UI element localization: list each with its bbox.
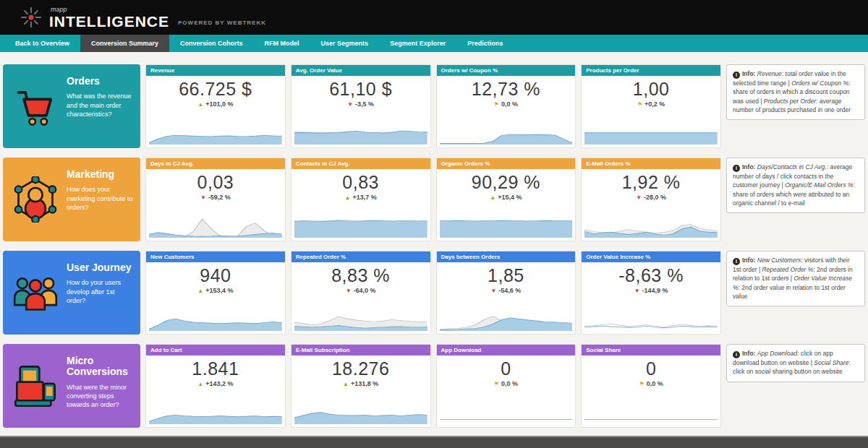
tab-predictions[interactable]: Predictions [456,35,514,52]
info-icon: i [733,72,740,79]
shopping-cart-icon [7,70,64,142]
info-icon: i [733,258,740,265]
kpi-delta: ⚑0,0 % [582,380,720,387]
sparkline-chart [294,402,427,424]
kpi-delta: ▲+13,7 % [292,194,430,201]
kpi-header: Products per Order [582,65,720,76]
tab-segment-explorer[interactable]: Segment Explorer [379,35,456,52]
kpi-value: 1,92 % [582,173,720,191]
kpi-card-organic-orders: Organic Orders % 90,29 % ▲+15,4 % [436,158,576,241]
kpi-delta: ▼-54,6 % [437,287,576,294]
sparkline-chart [294,123,427,145]
brand-title: INTELLIGENCE [49,14,169,29]
footer-bar [0,436,868,448]
dashboard: mapp INTELLIGENCE POWERED BY WEBTREKK Ba… [0,0,868,428]
tab-conversion-summary[interactable]: Conversion Summary [80,35,169,52]
trend-up-icon: ▲ [197,101,203,108]
kpi-header: Organic Orders % [437,158,576,169]
row-desc-micro-conversions: What were the minor converting steps tow… [67,383,135,409]
kpi-value: 18.276 [292,359,430,378]
kpi-delta: ▲+15,4 % [437,194,576,201]
row-card-micro-conversions: Micro Conversions What were the minor co… [3,344,140,428]
user-group-icon [7,257,64,329]
kpi-card-revenue: Revenue 66.725 $ ▲+101,0 % [145,64,286,148]
info-icon: i [733,351,740,358]
info-panel-orders: iInfo: Revenue: total order value in the… [726,64,865,120]
kpi-header: Contacts in CJ Avg. [292,158,430,169]
info-panel-micro-conversions: iInfo: App Download: click on app downlo… [726,344,865,382]
row-card-orders: Orders What was the revenue and the main… [3,64,140,148]
tab-user-segments[interactable]: User Segments [310,35,380,52]
kpi-delta: ▼-144,9 % [582,287,720,294]
trend-up-icon: ▲ [490,194,495,201]
trend-down-icon: ▼ [347,101,353,108]
row-title-marketing: Marketing [67,169,135,180]
kpi-value: 8,83 % [292,266,430,285]
trend-down-icon: ▼ [346,288,352,294]
brand-subtitle: POWERED BY WEBTREKK [178,20,266,26]
kpi-card-days-between-orders: Days between Orders 1,85 ▼-54,6 % [436,251,576,335]
kpi-value: 0 [437,359,576,378]
kpi-card-repeated-order: Repeated Order % 8,83 % ▼-64,0 % [291,251,431,335]
sparkline-chart [440,402,573,424]
trend-up-icon: ▲ [343,381,349,387]
trend-flat-icon: ⚑ [639,381,644,387]
sparkline-chart [440,309,573,331]
kpi-header: Avg. Order Value [292,65,430,76]
mapp-logo-icon [20,7,42,28]
trend-down-icon: ▼ [200,194,206,201]
trend-up-icon: ▲ [345,194,351,201]
kpi-card-app-download: App Download 0 ⚑0,0 % [436,344,576,428]
app-header: mapp INTELLIGENCE POWERED BY WEBTREKK [0,0,868,35]
kpi-card-email-subscription: E-Mail Subscription 18.276 ▲+131,8 % [291,344,431,428]
kpi-delta: ⚑+0,2 % [582,100,720,108]
trend-flat-icon: ⚑ [494,101,499,108]
trend-down-icon: ▼ [636,194,642,201]
kpi-header: Add to Cart [146,345,285,356]
kpi-delta: ▼-28,0 % [582,194,720,201]
tab-conversion-cohorts[interactable]: Conversion Cohorts [169,35,254,52]
kpi-value: 0,03 [146,173,285,191]
sparkline-chart [584,216,718,238]
info-panel-user-journey: iInfo: New Customers: visitors with thei… [726,251,865,306]
kpi-value: 1,85 [437,266,576,285]
brand-small: mapp [51,7,169,13]
row-desc-orders: What was the revenue and the main order … [67,92,135,118]
dashboard-content: Orders What was the revenue and the main… [0,52,868,428]
kpi-header: Days between Orders [437,251,576,262]
sparkline-chart [584,309,718,331]
kpi-card-products-per-order: Products per Order 1,00 ⚑+0,2 % [581,64,721,148]
trend-up-icon: ▲ [197,381,203,387]
sparkline-chart [149,216,282,238]
kpi-card-contacts-in-cj: Contacts in CJ Avg. 0,83 ▲+13,7 % [291,158,431,241]
kpi-card-order-value-increase: Order Value Increase % -8,63 % ▼-144,9 % [581,251,721,335]
sparkline-chart [294,216,427,238]
kpi-delta: ▲+131,8 % [292,380,430,387]
kpi-header: Orders w/ Coupon % [437,65,576,76]
tab-rfm-model[interactable]: RFM Model [254,35,310,52]
kpi-delta: ▼-59,2 % [146,194,285,201]
row-card-user-journey: User Journey How do your users develop a… [3,251,140,335]
trend-flat-icon: ⚑ [494,381,499,387]
info-icon: i [733,165,740,172]
sparkline-chart [584,402,718,424]
kpi-delta: ▲+101,0 % [146,100,285,108]
kpi-value: 1.841 [146,359,285,378]
nav-tabs: Back to Overview Conversion Summary Conv… [0,35,868,52]
kpi-card-email-orders: E-Mail Orders % 1,92 % ▼-28,0 % [581,158,721,241]
sparkline-chart [149,402,282,424]
tab-back-to-overview[interactable]: Back to Overview [4,35,80,52]
trend-up-icon: ▲ [197,288,203,294]
kpi-card-add-to-cart: Add to Cart 1.841 ▲+143,2 % [145,344,286,428]
kpi-header: Revenue [146,65,285,76]
kpi-header: E-Mail Orders % [582,158,720,169]
row-card-marketing: Marketing How does your marketing contri… [3,158,140,241]
info-panel-marketing: iInfo: Days/Contacts in CJ Avg.: average… [726,158,865,213]
kpi-value: 1,00 [582,79,720,98]
kpi-row-orders: Orders What was the revenue and the main… [3,64,865,148]
kpi-value: -8,63 % [582,266,720,285]
kpi-card-avg-order-value: Avg. Order Value 61,10 $ ▼-3,5 % [291,64,431,148]
kpi-header: App Download [437,345,576,356]
sparkline-chart [149,123,282,145]
kpi-card-orders-coupon: Orders w/ Coupon % 12,73 % ⚑0,0 % [436,64,576,148]
